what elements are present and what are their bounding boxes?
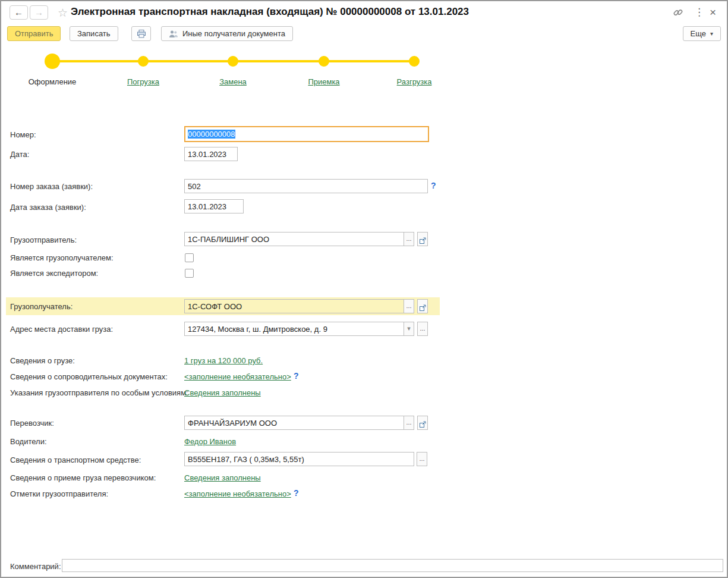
stage-dot[interactable]	[319, 56, 329, 67]
consignee-open-button[interactable]	[417, 299, 428, 313]
more-button-label: Еще	[691, 29, 706, 38]
vehicle-field[interactable]	[184, 452, 414, 466]
save-button[interactable]: Записать	[70, 26, 118, 41]
printer-icon	[137, 29, 146, 39]
shipper-marks-help-icon[interactable]: ?	[294, 488, 299, 498]
consignee-label: Грузополучатель:	[10, 302, 73, 311]
ellipsis-icon: ...	[419, 455, 424, 462]
back-icon: ←	[14, 7, 23, 17]
number-label: Номер:	[10, 130, 36, 139]
shipper-choose-button[interactable]: ...	[404, 232, 414, 246]
other-recipients-label: Иные получатели документа	[182, 29, 285, 38]
back-button[interactable]: ←	[10, 5, 28, 20]
shipper-label: Грузоотправитель:	[10, 235, 77, 244]
carrier-choose-button[interactable]: ...	[404, 416, 414, 430]
forward-button[interactable]: →	[30, 5, 48, 20]
send-button-label: Отправить	[15, 29, 53, 38]
date-field[interactable]	[184, 147, 238, 161]
is-consignee-label: Является грузополучателем:	[10, 253, 114, 262]
is-forwarder-checkbox[interactable]	[185, 269, 194, 278]
accompanying-docs-help-icon[interactable]: ?	[294, 371, 299, 381]
stage-label-replacement: Замена	[188, 77, 278, 86]
consignee-field[interactable]	[184, 299, 404, 313]
favorite-star-icon[interactable]: ☆	[58, 6, 68, 20]
stage-label-text: Оформление	[29, 77, 77, 86]
delivery-address-field[interactable]	[184, 322, 404, 336]
delivery-address-label: Адрес места доставки груза:	[10, 325, 113, 334]
stage-link-acceptance[interactable]: Приемка	[308, 77, 339, 86]
order-number-field[interactable]	[184, 179, 428, 193]
open-form-icon	[419, 304, 427, 312]
ellipsis-icon: ...	[406, 235, 411, 242]
send-button[interactable]: Отправить	[7, 26, 61, 41]
vehicle-choose-button[interactable]: ...	[417, 452, 427, 466]
cargo-acceptance-link[interactable]: Сведения заполнены	[184, 473, 261, 482]
number-field-selected-text: 00000000008	[188, 130, 235, 139]
shipper-open-button[interactable]	[417, 232, 428, 246]
stage-link-loading[interactable]: Погрузка	[127, 77, 159, 86]
order-date-label: Дата заказа (заявки):	[10, 203, 86, 212]
shipper-marks-label: Отметки грузоотправителя:	[10, 489, 108, 498]
order-date-field[interactable]	[184, 199, 244, 213]
shipper-instructions-link[interactable]: Сведения заполнены	[184, 388, 261, 397]
stage-label-acceptance: Приемка	[279, 77, 368, 86]
chevron-down-icon: ▾	[710, 30, 713, 37]
stage-label-registration: Оформление	[8, 77, 97, 86]
stage-dot[interactable]	[409, 56, 420, 67]
page-title: Электронная транспортная накладная (вход…	[71, 6, 469, 18]
comment-field[interactable]	[62, 559, 723, 572]
stage-label-unloading: Разгрузка	[370, 77, 459, 86]
people-icon	[169, 30, 178, 38]
more-button[interactable]: Еще ▾	[683, 26, 721, 41]
titlebar: ← → ☆ Электронная транспортная накладная…	[1, 1, 727, 24]
ellipsis-icon: ...	[406, 302, 411, 309]
shipper-instructions-label: Указания грузоотправителя по особым усло…	[10, 388, 188, 397]
document-window: ← → ☆ Электронная транспортная накладная…	[0, 0, 728, 578]
ellipsis-icon: ...	[420, 325, 425, 332]
accompanying-docs-link[interactable]: <заполнение необязательно>	[184, 372, 291, 381]
vehicle-label: Сведения о транспортном средстве:	[10, 456, 141, 464]
accompanying-docs-label: Сведения о сопроводительных документах:	[10, 372, 168, 381]
carrier-field[interactable]	[184, 416, 404, 430]
address-choose-button[interactable]: ...	[417, 322, 428, 336]
stage-link-replacement[interactable]: Замена	[219, 77, 247, 86]
open-form-icon	[419, 420, 427, 428]
stage-dot-current	[45, 54, 60, 69]
order-number-help-icon[interactable]: ?	[431, 181, 436, 190]
ellipsis-icon: ...	[406, 419, 411, 426]
close-icon[interactable]: ×	[710, 7, 716, 18]
chevron-down-icon: ▾	[407, 325, 411, 332]
stage-dot[interactable]	[228, 56, 238, 67]
consignee-choose-button[interactable]: ...	[404, 299, 414, 313]
stage-label-loading: Погрузка	[99, 77, 188, 86]
menu-dots-icon[interactable]: ⋮	[694, 7, 704, 18]
drivers-link[interactable]: Федор Иванов	[184, 437, 236, 446]
forward-icon: →	[34, 7, 43, 17]
other-recipients-button[interactable]: Иные получатели документа	[161, 26, 293, 41]
cargo-info-label: Сведения о грузе:	[10, 356, 75, 365]
is-forwarder-label: Является экспедитором:	[10, 269, 98, 278]
address-dropdown-button[interactable]: ▾	[404, 322, 414, 336]
cargo-acceptance-label: Сведения о приеме груза перевозчиком:	[10, 473, 156, 482]
date-label: Дата:	[10, 150, 29, 159]
save-button-label: Записать	[77, 29, 111, 38]
shipper-marks-link[interactable]: <заполнение необязательно>	[184, 489, 291, 498]
order-number-label: Номер заказа (заявки):	[10, 182, 93, 191]
carrier-open-button[interactable]	[417, 416, 428, 430]
drivers-label: Водители:	[10, 437, 47, 446]
shipper-field[interactable]	[184, 232, 404, 246]
stage-link-unloading[interactable]: Разгрузка	[397, 77, 432, 86]
cargo-info-link[interactable]: 1 груз на 120 000 руб.	[184, 356, 263, 365]
print-button[interactable]	[131, 26, 151, 41]
carrier-label: Перевозчик:	[10, 419, 54, 428]
get-link-icon[interactable]	[673, 7, 683, 20]
comment-label: Комментарий:	[10, 562, 61, 571]
open-form-icon	[419, 237, 427, 244]
is-consignee-checkbox[interactable]	[185, 253, 194, 262]
stage-dot[interactable]	[138, 56, 149, 67]
chain-icon	[673, 7, 683, 18]
number-field[interactable]: 00000000008	[184, 126, 429, 142]
